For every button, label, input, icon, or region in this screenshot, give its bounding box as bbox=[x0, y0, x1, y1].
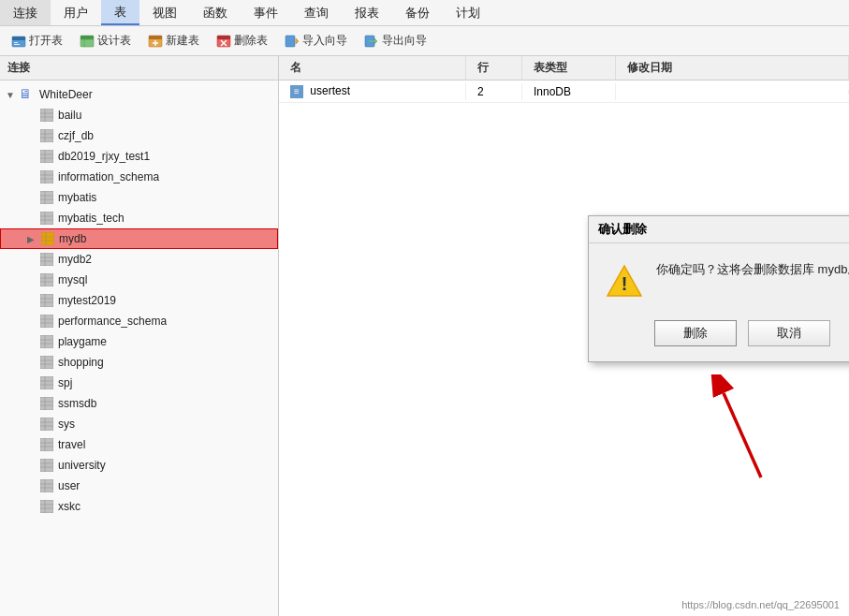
db-label: sys bbox=[58, 418, 75, 431]
tree-db-item[interactable]: db2019_rjxy_test1 bbox=[0, 146, 278, 167]
tree-db-item[interactable]: czjf_db bbox=[0, 125, 278, 146]
db-icon bbox=[39, 478, 54, 493]
tree-db-item[interactable]: bailu bbox=[0, 105, 278, 125]
db-label: ssmsdb bbox=[58, 397, 96, 410]
svg-rect-9 bbox=[149, 36, 162, 39]
open-table-button[interactable]: 打开表 bbox=[4, 30, 70, 51]
svg-rect-50 bbox=[40, 253, 53, 266]
db-icon bbox=[39, 314, 54, 329]
design-table-label: 设计表 bbox=[97, 33, 131, 49]
tree-db-item[interactable]: ssmsdb bbox=[0, 393, 278, 414]
right-panel: 名 行 表类型 修改日期 ≡ usertest 2 InnoDB 确认删除 × bbox=[279, 56, 849, 616]
delete-table-label: 删除表 bbox=[234, 33, 268, 49]
arrow-annotation bbox=[700, 374, 775, 490]
svg-line-105 bbox=[724, 393, 761, 477]
db-icon bbox=[39, 128, 54, 143]
tree-db-item[interactable]: mydb2 bbox=[0, 249, 278, 270]
tree-db-item[interactable]: travel bbox=[0, 434, 278, 455]
tree-db-item[interactable]: mybatis bbox=[0, 187, 278, 208]
menu-plan[interactable]: 计划 bbox=[443, 0, 493, 25]
svg-rect-78 bbox=[40, 397, 53, 410]
menu-event[interactable]: 事件 bbox=[241, 0, 291, 25]
tree-db-item[interactable]: performance_schema bbox=[0, 311, 278, 331]
new-table-icon bbox=[148, 34, 163, 49]
db-label: travel bbox=[58, 438, 85, 451]
svg-rect-82 bbox=[40, 418, 53, 431]
tree-db-item[interactable]: user bbox=[0, 476, 278, 496]
svg-rect-58 bbox=[40, 294, 53, 307]
tree-db-item[interactable]: mytest2019 bbox=[0, 290, 278, 311]
db-icon bbox=[39, 293, 54, 308]
delete-table-button[interactable]: 删除表 bbox=[209, 30, 275, 51]
svg-rect-13 bbox=[217, 36, 230, 39]
svg-rect-98 bbox=[40, 500, 53, 513]
db-icon bbox=[39, 211, 54, 226]
confirm-delete-button[interactable]: 删除 bbox=[654, 320, 737, 346]
delete-table-icon bbox=[216, 34, 231, 49]
warning-icon: ! bbox=[606, 262, 643, 300]
menu-query[interactable]: 查询 bbox=[291, 0, 342, 25]
tree-db-item[interactable]: information_schema bbox=[0, 167, 278, 187]
db-icon bbox=[39, 169, 54, 184]
db-label: mytest2019 bbox=[58, 294, 116, 307]
db-label: bailu bbox=[58, 109, 81, 122]
tree-db-item[interactable]: university bbox=[0, 455, 278, 476]
menu-backup[interactable]: 备份 bbox=[392, 0, 443, 25]
svg-rect-30 bbox=[40, 150, 53, 163]
tree-db-item[interactable]: shopping bbox=[0, 352, 278, 373]
db-label: performance_schema bbox=[58, 315, 167, 328]
menu-user[interactable]: 用户 bbox=[51, 0, 101, 25]
top-menubar: 连接 用户 表 视图 函数 事件 查询 报表 备份 计划 bbox=[0, 0, 849, 26]
db-icon bbox=[39, 334, 54, 349]
svg-rect-46 bbox=[41, 232, 54, 245]
main-area: 连接 ▼ 🖥 WhiteDeer bailuczjf_dbdb2019_rjxy… bbox=[0, 56, 849, 616]
menu-report[interactable]: 报表 bbox=[342, 0, 392, 25]
menu-table[interactable]: 表 bbox=[101, 0, 139, 25]
dialog-title: 确认删除 bbox=[598, 221, 647, 238]
db-label: czjf_db bbox=[58, 129, 94, 142]
dialog-body: ! 你确定吗？这将会删除数据库 mydb。 bbox=[589, 243, 849, 311]
dialog-titlebar: 确认删除 × bbox=[589, 216, 849, 243]
db-icon bbox=[39, 355, 54, 370]
new-table-button[interactable]: 新建表 bbox=[140, 30, 207, 51]
import-wizard-label: 导入向导 bbox=[302, 33, 347, 49]
dialog-overlay: 确认删除 × ! 你确定吗？这将会删除数据库 mydb。 删除 取消 bbox=[279, 56, 849, 616]
menu-function[interactable]: 函数 bbox=[190, 0, 241, 25]
svg-rect-54 bbox=[40, 273, 53, 286]
tree-db-item[interactable]: sys bbox=[0, 414, 278, 434]
svg-rect-5 bbox=[81, 36, 94, 39]
db-icon bbox=[39, 252, 54, 267]
menu-view[interactable]: 视图 bbox=[139, 0, 190, 25]
svg-rect-34 bbox=[40, 170, 53, 183]
svg-rect-26 bbox=[40, 129, 53, 142]
db-icon bbox=[39, 499, 54, 514]
db-label: xskc bbox=[58, 500, 81, 513]
db-expand-icon: ▶ bbox=[27, 234, 40, 244]
db-icon bbox=[39, 437, 54, 452]
tree-db-item[interactable]: mysql bbox=[0, 270, 278, 290]
new-table-label: 新建表 bbox=[166, 33, 199, 49]
tree-root-node[interactable]: ▼ 🖥 WhiteDeer bbox=[0, 84, 278, 105]
db-label: mydb2 bbox=[58, 253, 92, 266]
db-icon bbox=[39, 108, 54, 123]
left-panel: 连接 ▼ 🖥 WhiteDeer bailuczjf_dbdb2019_rjxy… bbox=[0, 56, 279, 616]
db-label: mybatis bbox=[58, 191, 96, 204]
db-label: university bbox=[58, 459, 106, 472]
confirm-delete-dialog: 确认删除 × ! 你确定吗？这将会删除数据库 mydb。 删除 取消 bbox=[588, 215, 849, 362]
import-wizard-button[interactable]: 导入向导 bbox=[277, 30, 355, 51]
tree-db-item[interactable]: xskc bbox=[0, 496, 278, 517]
svg-rect-42 bbox=[40, 212, 53, 225]
database-tree: ▼ 🖥 WhiteDeer bailuczjf_dbdb2019_rjxy_te… bbox=[0, 81, 278, 521]
db-label: user bbox=[58, 479, 80, 492]
tree-db-item[interactable]: spj bbox=[0, 373, 278, 393]
cancel-button[interactable]: 取消 bbox=[748, 320, 830, 346]
tree-db-item[interactable]: ▶mydb bbox=[0, 228, 278, 249]
export-wizard-button[interactable]: 导出向导 bbox=[357, 30, 434, 51]
svg-rect-90 bbox=[40, 459, 53, 472]
tree-db-item[interactable]: mybatis_tech bbox=[0, 208, 278, 228]
design-table-button[interactable]: 设计表 bbox=[72, 30, 139, 51]
arrow-svg bbox=[700, 374, 775, 487]
tree-db-item[interactable]: playgame bbox=[0, 331, 278, 352]
db-label: information_schema bbox=[58, 170, 159, 183]
menu-connect[interactable]: 连接 bbox=[0, 0, 51, 25]
